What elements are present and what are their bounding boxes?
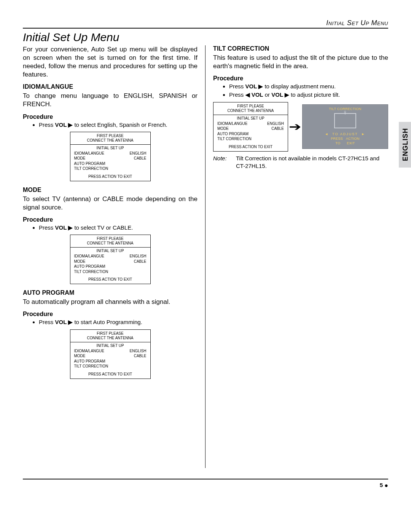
section-heading-auto: AUTO PROGRAM: [23, 289, 198, 296]
left-arrow-icon: ◀: [245, 91, 250, 98]
text: to adjust picture tilt.: [289, 91, 340, 98]
tv-menu-row: MODECABLE: [74, 156, 147, 161]
note: Note: Tilt Correction is not available i…: [213, 155, 388, 170]
procedure-heading-mode: Procedure: [23, 216, 198, 223]
procedure-heading-idioma: Procedure: [23, 113, 198, 120]
text: to start Auto Programming.: [73, 319, 142, 325]
procedure-heading-tilt: Procedure: [213, 75, 388, 82]
section-body-mode: To select TV (antenna) or CABLE mode dep…: [23, 195, 198, 212]
text: PRESS: [331, 137, 343, 141]
tv-menu-cell: IDIOMA/LANGUE: [217, 121, 247, 126]
tv-menu-footer: PRESS ACTION TO EXIT: [70, 369, 150, 379]
text: TO: [336, 141, 341, 145]
text: to display adjustment menu.: [263, 83, 336, 89]
tv-menu-cell: MODE: [74, 353, 86, 359]
procedure-list-auto: Press VOL ▶ to start Auto Programming.: [23, 318, 198, 326]
text: Press: [39, 319, 55, 325]
section-body-tilt: This feature is used to adjust the tilt …: [213, 54, 388, 70]
tv-menu-footer: PRESS ACTION TO EXIT: [70, 171, 150, 181]
right-arrow-icon: ▶: [258, 83, 263, 89]
intro-paragraph: For your convenience, Auto Set up menu w…: [23, 45, 198, 79]
vol-label: VOL: [271, 91, 283, 98]
bottom-rule: [23, 479, 388, 479]
note-label: Note:: [213, 155, 236, 170]
section-heading-tilt: TILT CORRECTION: [213, 45, 388, 52]
tv-menu-diagram: FIRST PLEASE CONNECT THE ANTENNA INITIAL…: [70, 235, 151, 284]
tv-menu-header: FIRST PLEASE CONNECT THE ANTENNA: [213, 102, 288, 115]
tv-menu-top-line: CONNECT THE ANTENNA: [73, 241, 148, 246]
tv-menu-subtitle: INITIAL SET UP: [70, 145, 150, 150]
tv-menu-cell: CABLE: [271, 126, 284, 131]
tv-menu-row: AUTO PROGRAM: [217, 131, 284, 137]
procedure-list-idioma: Press VOL ▶ to select English, Spanish o…: [23, 121, 198, 129]
tilt-tick-icon: [345, 112, 346, 115]
tv-menu-top-line: FIRST PLEASE: [73, 236, 148, 241]
tv-menu-cell: AUTO PROGRAM: [74, 359, 105, 364]
right-arrow-icon: ▶: [285, 91, 289, 98]
tv-menu-row: TILT CORRECTION: [74, 269, 147, 275]
text: TO ADJUST: [332, 132, 358, 136]
tv-menu-top-line: CONNECT THE ANTENNA: [73, 336, 148, 340]
text: Press: [39, 121, 55, 128]
tv-menu-row: MODECABLE: [217, 126, 284, 131]
tilt-screen-instructions: ◄ TO ADJUST ► PRESS ACTION TO EXIT: [303, 132, 388, 148]
top-rule: [23, 28, 388, 29]
page: Initial Set Up Menu Initial Set Up Menu …: [0, 0, 411, 532]
tv-menu-row: MODECABLE: [74, 353, 147, 359]
vol-label: VOL: [55, 224, 67, 231]
page-footer: 5 ●: [23, 482, 388, 489]
tv-menu-cell: CABLE: [134, 353, 147, 359]
tilt-adjust-line: ◄ TO ADJUST ►: [303, 132, 388, 137]
text: Press: [229, 83, 245, 89]
tv-menu-footer: PRESS ACTION TO EXIT: [70, 274, 150, 284]
tv-menu-row: TILT CORRECTION: [74, 364, 147, 369]
tv-menu-diagram: FIRST PLEASE CONNECT THE ANTENNA INITIAL…: [70, 132, 151, 181]
procedure-heading-auto: Procedure: [23, 311, 198, 318]
tilt-press-line: PRESS ACTION: [303, 137, 388, 141]
tv-menu-rows: IDIOMA/LANGUEENGLISH MODECABLE AUTO PROG…: [213, 120, 288, 142]
tv-menu-top-line: FIRST PLEASE: [73, 331, 148, 336]
tv-menu-subtitle: INITIAL SET UP: [213, 115, 288, 120]
vol-label: VOL: [252, 91, 263, 98]
tv-menu-subtitle: INITIAL SET UP: [70, 248, 150, 253]
right-arrow-icon: ▶: [68, 224, 73, 231]
procedure-item: Press VOL ▶ to start Auto Programming.: [39, 318, 198, 326]
right-arrow-icon: ▶: [68, 319, 73, 325]
tv-menu-row: AUTO PROGRAM: [74, 264, 147, 269]
language-side-tab-label: ENGLISH: [401, 128, 409, 161]
bullet-icon: ●: [384, 482, 388, 489]
text: EXIT: [347, 141, 355, 145]
left-arrow-icon: ◄: [325, 132, 329, 136]
tv-menu-cell: AUTO PROGRAM: [74, 264, 105, 269]
tv-menu-cell: MODE: [217, 126, 229, 131]
tv-menu-cell: CABLE: [134, 156, 147, 161]
tv-menu-rows: IDIOMA/LANGUEENGLISH MODECABLE AUTO PROG…: [70, 253, 150, 274]
tv-menu-top-line: CONNECT THE ANTENNA: [216, 109, 285, 113]
tv-menu-row: IDIOMA/LANGUEENGLISH: [74, 254, 147, 259]
tv-menu-cell: ENGLISH: [130, 348, 147, 354]
text: to select English, Spanish or French.: [73, 121, 167, 128]
tv-menu-header: FIRST PLEASE CONNECT THE ANTENNA: [70, 235, 150, 248]
right-column: TILT CORRECTION This feature is used to …: [206, 45, 388, 468]
tv-menu-row: IDIOMA/LANGUEENGLISH: [74, 151, 147, 156]
tv-menu-rows: IDIOMA/LANGUEENGLISH MODECABLE AUTO PROG…: [70, 348, 150, 369]
tv-menu-cell: TILT CORRECTION: [74, 269, 108, 275]
tv-menu-cell: MODE: [74, 156, 86, 161]
procedure-item: Press VOL ▶ to select English, Spanish o…: [39, 121, 198, 129]
procedure-item: Press VOL ▶ to select TV or CABLE.: [39, 224, 198, 232]
vol-label: VOL: [55, 319, 67, 325]
text: Press: [39, 224, 55, 231]
tv-menu-cell: MODE: [74, 259, 86, 264]
procedure-list-mode: Press VOL ▶ to select TV or CABLE.: [23, 224, 198, 232]
tv-menu-header: FIRST PLEASE CONNECT THE ANTENNA: [70, 330, 150, 342]
tv-menu-row: AUTO PROGRAM: [74, 359, 147, 364]
tv-menu-diagram: FIRST PLEASE CONNECT THE ANTENNA INITIAL…: [70, 329, 151, 379]
procedure-list-tilt: Press VOL ▶ to display adjustment menu. …: [213, 83, 388, 99]
columns: For your convenience, Auto Set up menu w…: [23, 45, 388, 468]
tv-menu-row: TILT CORRECTION: [217, 136, 284, 142]
tv-menu-row: IDIOMA/LANGUEENGLISH: [217, 121, 284, 126]
tv-menu-row: TILT CORRECTION: [74, 166, 147, 171]
tv-menu-cell: AUTO PROGRAM: [217, 131, 249, 137]
section-body-idioma: To change menu language to ENGLISH, SPAN…: [23, 92, 198, 109]
tv-menu-cell: ENGLISH: [130, 254, 147, 259]
